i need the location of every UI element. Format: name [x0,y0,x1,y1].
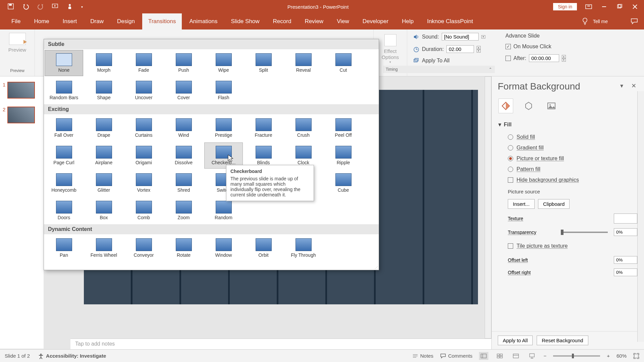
tab-inknoe-classpoint[interactable]: Inknoe ClassPoint [421,13,479,29]
transition-zoom[interactable]: Zoom [164,197,203,224]
accessibility-status[interactable]: Accessibility: Investigate [38,353,106,359]
after-input[interactable] [529,54,559,62]
present-from-start-icon[interactable] [52,3,59,10]
transition-fracture[interactable]: Fracture [244,115,283,141]
comments-ribbon-icon[interactable] [631,18,638,25]
tab-review[interactable]: Review [299,13,329,29]
apply-to-all-button[interactable]: Apply To All [413,58,485,64]
zoom-out-button[interactable]: − [543,353,546,359]
apply-to-all-bg-button[interactable]: Apply to All [498,336,533,345]
format-pane-scrollbar[interactable] [637,91,644,342]
vertical-scrollbar[interactable] [485,76,491,339]
tab-design[interactable]: Design [111,13,141,29]
notes-toggle[interactable]: Notes [412,353,433,359]
transition-random[interactable]: Random [204,197,243,224]
tile-picture-checkbox[interactable] [508,243,513,249]
maximize-icon[interactable] [616,3,623,10]
tab-help[interactable]: Help [396,13,420,29]
transition-dissolve[interactable]: Dissolve [164,142,203,169]
transition-airplane[interactable]: Airplane [85,142,123,169]
fit-to-window-icon[interactable] [633,353,639,359]
display-options-icon[interactable] [585,3,592,10]
transition-rotate[interactable]: Rotate [164,235,203,261]
picture-tab-icon[interactable] [544,99,559,113]
zoom-slider[interactable] [553,355,600,357]
reading-view-icon[interactable] [511,352,521,360]
transition-shape[interactable]: Shape [85,77,123,104]
minimize-icon[interactable] [600,3,608,10]
transition-peel-off[interactable]: Peel Off [324,115,363,141]
transition-uncover[interactable]: Uncover [124,77,163,104]
undo-icon[interactable] [22,3,30,10]
fill-radio-pattern-fill[interactable]: Pattern fill [498,164,637,175]
comments-toggle[interactable]: Comments [440,353,473,359]
tab-draw[interactable]: Draw [84,13,110,29]
transition-shred[interactable]: Shred [164,170,203,196]
transition-morph[interactable]: Morph [85,50,123,76]
notes-area[interactable]: Tap to add notes [70,339,491,349]
tab-transitions[interactable]: Transitions [142,13,182,29]
transition-comb[interactable]: Comb [124,197,163,224]
transition-fall-over[interactable]: Fall Over [45,115,83,141]
transition-curtains[interactable]: Curtains [124,115,163,141]
transition-orbit[interactable]: Orbit [244,235,283,261]
transition-ferris-wheel[interactable]: Ferris Wheel [85,235,123,261]
transition-reveal[interactable]: Reveal [284,50,323,76]
collapse-ribbon-icon[interactable]: ⌃ [489,67,492,72]
slide-sorter-view-icon[interactable] [495,352,504,360]
on-mouse-click-checkbox[interactable]: ✓ [505,44,511,49]
fill-radio-gradient-fill[interactable]: Gradient fill [498,142,637,153]
preview-button[interactable]: Preview [7,32,28,53]
transition-box[interactable]: Box [85,197,123,224]
offset-left-input[interactable] [614,256,637,264]
signin-button[interactable]: Sign in [553,3,577,10]
transition-fly-through[interactable]: Fly Through [284,235,323,261]
slide-thumbnail-2[interactable]: 2 [0,105,44,130]
transition-ripple[interactable]: Ripple [324,142,363,169]
tab-animations[interactable]: Animations [183,13,223,29]
transition-honeycomb[interactable]: Honeycomb [45,170,83,196]
zoom-level[interactable]: 60% [616,353,627,359]
sound-dropdown-button[interactable]: ▾ [481,35,485,39]
tab-record[interactable]: Record [267,13,298,29]
duration-input[interactable] [446,45,474,53]
gallery-resize-icon[interactable]: ⋰ [375,265,378,269]
after-checkbox[interactable] [505,56,511,61]
effects-tab-icon[interactable] [521,99,536,113]
transition-split[interactable]: Split [244,50,283,76]
tab-insert[interactable]: Insert [57,13,83,29]
transition-random-bars[interactable]: Random Bars [45,77,83,104]
texture-dropdown[interactable] [614,214,637,224]
sound-select[interactable] [442,33,479,41]
fill-radio-solid-fill[interactable]: Solid fill [498,132,637,142]
reset-background-button[interactable]: Reset Background [537,336,588,345]
tell-me-icon[interactable] [582,17,588,25]
transition-cut[interactable]: Cut [324,50,363,76]
close-icon[interactable] [631,3,639,10]
transition-glitter[interactable]: Glitter [85,170,123,196]
hide-bg-graphics-checkbox[interactable] [508,177,513,183]
transition-wind[interactable]: Wind [164,115,203,141]
transition-drape[interactable]: Drape [85,115,123,141]
transparency-input[interactable] [614,228,637,236]
clipboard-button[interactable]: Clipboard [538,199,570,209]
slide-thumbnail-1[interactable]: 1 [0,80,44,105]
transition-pan[interactable]: Pan [45,235,83,261]
insert-picture-button[interactable]: Insert... [508,199,535,209]
transition-cover[interactable]: Cover [164,77,203,104]
slideshow-view-icon[interactable] [527,352,537,360]
transition-wipe[interactable]: Wipe [204,50,243,76]
tell-me-label[interactable]: Tell me [593,19,608,24]
transition-fade[interactable]: Fade [124,50,163,76]
transition-window[interactable]: Window [204,235,243,261]
tab-view[interactable]: View [331,13,355,29]
transition-none[interactable]: None [45,50,83,76]
transition-push[interactable]: Push [164,50,203,76]
fill-radio-picture-or-texture-fill[interactable]: Picture or texture fill [498,153,637,164]
save-icon[interactable] [7,3,15,10]
transition-prestige[interactable]: Prestige [204,115,243,141]
transition-vortex[interactable]: Vortex [124,170,163,196]
transition-flash[interactable]: Flash [204,77,243,104]
transparency-slider[interactable] [561,232,608,233]
transition-origami[interactable]: Origami [124,142,163,169]
